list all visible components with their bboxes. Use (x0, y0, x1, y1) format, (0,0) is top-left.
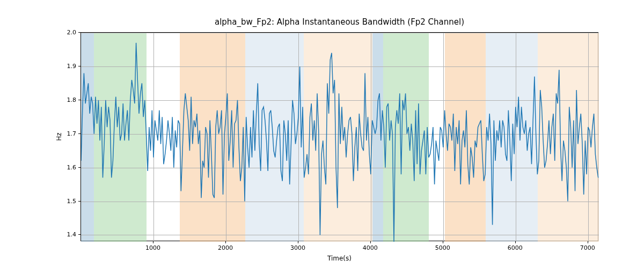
x-tick-label: 6000 (508, 244, 523, 251)
y-tick-label: 2.0 (67, 29, 77, 36)
y-tick-mark (78, 201, 80, 202)
x-tick-mark (443, 241, 443, 243)
x-tick-mark (153, 241, 153, 243)
x-tick-mark (298, 241, 298, 243)
x-tick-mark (225, 241, 226, 243)
y-axis-label: Hz (55, 32, 63, 241)
x-tick-label: 1000 (145, 244, 160, 251)
y-tick-label: 1.9 (67, 62, 77, 69)
line-series (81, 33, 599, 242)
x-tick-label: 4000 (363, 244, 378, 251)
y-tick-mark (78, 167, 80, 168)
x-tick-label: 7000 (580, 244, 595, 251)
y-tick-label: 1.4 (67, 231, 77, 238)
plot-area (80, 32, 598, 241)
y-tick-mark (78, 234, 80, 235)
x-tick-mark (370, 241, 371, 243)
x-axis-label: Time(s) (80, 255, 598, 262)
y-tick-label: 1.5 (67, 197, 77, 204)
x-tick-label: 5000 (435, 244, 450, 251)
y-tick-mark (78, 133, 80, 134)
y-tick-mark (78, 66, 80, 66)
x-tick-mark (515, 241, 516, 243)
chart-title: alpha_bw_Fp2: Alpha Instantaneous Bandwi… (80, 17, 598, 27)
x-tick-mark (588, 241, 588, 243)
y-tick-label: 1.7 (67, 130, 77, 137)
x-tick-label: 2000 (218, 244, 233, 251)
y-tick-mark (78, 100, 80, 100)
x-tick-label: 3000 (290, 244, 305, 251)
y-tick-label: 1.8 (67, 96, 77, 103)
y-tick-label: 1.6 (67, 163, 77, 170)
y-tick-mark (78, 32, 80, 33)
chart-container (80, 32, 598, 241)
